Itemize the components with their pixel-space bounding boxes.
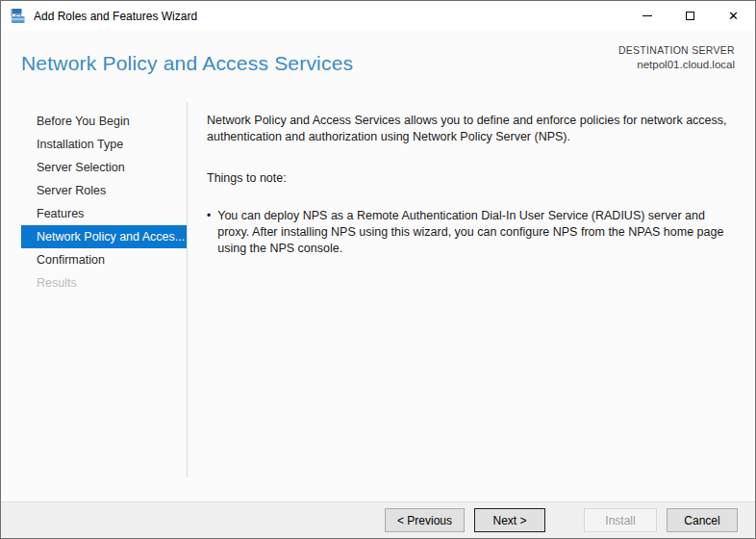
next-button[interactable]: Next > xyxy=(474,508,545,532)
destination-server-name: netpol01.cloud.local xyxy=(618,59,735,70)
previous-button[interactable]: < Previous xyxy=(385,508,465,532)
server-manager-flag-icon xyxy=(10,8,26,24)
titlebar: Add Roles and Features Wizard ✕ xyxy=(1,1,755,31)
sidebar-item-installation-type[interactable]: Installation Type xyxy=(1,133,187,156)
minimize-button[interactable] xyxy=(625,1,668,31)
close-button[interactable]: ✕ xyxy=(712,1,755,31)
wizard-header: Network Policy and Access Services DESTI… xyxy=(1,31,755,102)
destination-server-label: DESTINATION SERVER xyxy=(618,44,735,56)
destination-server-block: DESTINATION SERVER netpol01.cloud.local xyxy=(618,44,735,70)
wizard-footer: < Previous Next > Install Cancel xyxy=(1,501,755,538)
note-bullet-text: You can deploy NPS as a Remote Authentic… xyxy=(217,208,732,257)
cancel-button[interactable]: Cancel xyxy=(667,508,738,532)
bullet-icon: • xyxy=(207,208,211,257)
role-description-text: Network Policy and Access Services allow… xyxy=(207,113,732,145)
page-content: Network Policy and Access Services allow… xyxy=(188,102,755,501)
wizard-body: Before You Begin Installation Type Serve… xyxy=(1,102,755,501)
maximize-icon xyxy=(686,12,694,20)
minimize-icon xyxy=(643,15,652,16)
wizard-steps-sidebar: Before You Begin Installation Type Serve… xyxy=(1,102,187,501)
things-to-note-heading: Things to note: xyxy=(207,170,732,187)
sidebar-item-features[interactable]: Features xyxy=(1,202,187,225)
note-bullet-item: • You can deploy NPS as a Remote Authent… xyxy=(207,208,732,257)
window-title: Add Roles and Features Wizard xyxy=(34,10,625,23)
window-controls: ✕ xyxy=(625,1,755,31)
sidebar-item-results: Results xyxy=(1,271,187,295)
page-title: Network Policy and Access Services xyxy=(21,52,353,75)
close-icon: ✕ xyxy=(728,10,739,22)
maximize-button[interactable] xyxy=(668,1,712,31)
sidebar-item-before-you-begin[interactable]: Before You Begin xyxy=(1,110,187,133)
install-button: Install xyxy=(584,508,657,532)
wizard-window: Add Roles and Features Wizard ✕ Network … xyxy=(0,0,756,539)
sidebar-item-confirmation[interactable]: Confirmation xyxy=(1,248,187,271)
sidebar-item-server-roles[interactable]: Server Roles xyxy=(1,179,187,202)
sidebar-item-network-policy-selected[interactable]: Network Policy and Acces... xyxy=(21,225,187,248)
sidebar-item-server-selection[interactable]: Server Selection xyxy=(1,156,187,179)
